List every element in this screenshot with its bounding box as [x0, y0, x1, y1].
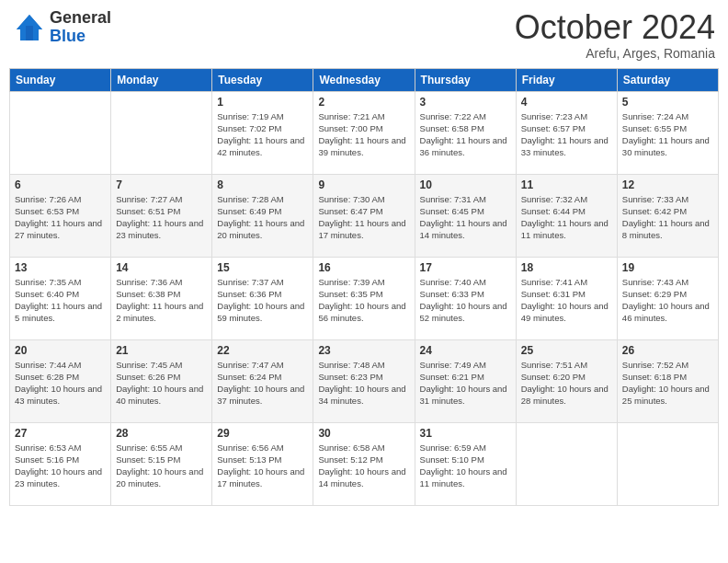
day-info: Sunrise: 7:51 AMSunset: 6:20 PMDaylight:…: [521, 359, 612, 408]
day-number: 23: [318, 344, 409, 357]
calendar-cell: [516, 422, 617, 505]
weekday-header-friday: Friday: [516, 68, 617, 91]
calendar-cell: 8Sunrise: 7:28 AMSunset: 6:49 PMDaylight…: [212, 174, 313, 257]
calendar-cell: 31Sunrise: 6:59 AMSunset: 5:10 PMDayligh…: [415, 422, 516, 505]
title-block: October 2024 Arefu, Arges, Romania: [515, 9, 715, 61]
day-number: 18: [521, 261, 612, 274]
day-number: 26: [622, 344, 713, 357]
day-number: 24: [420, 344, 511, 357]
calendar-cell: 20Sunrise: 7:44 AMSunset: 6:28 PMDayligh…: [10, 339, 111, 422]
day-number: 3: [420, 96, 511, 109]
day-info: Sunrise: 7:35 AMSunset: 6:40 PMDaylight:…: [15, 276, 106, 325]
day-number: 28: [116, 427, 207, 440]
day-number: 27: [15, 427, 106, 440]
weekday-header-tuesday: Tuesday: [212, 68, 313, 91]
logo-general-text: General: [50, 8, 111, 27]
calendar-cell: 13Sunrise: 7:35 AMSunset: 6:40 PMDayligh…: [10, 257, 111, 339]
day-info: Sunrise: 7:26 AMSunset: 6:53 PMDaylight:…: [15, 193, 106, 242]
calendar-cell: 2Sunrise: 7:21 AMSunset: 7:00 PMDaylight…: [313, 91, 415, 174]
location-subtitle: Arefu, Arges, Romania: [515, 46, 715, 61]
day-info: Sunrise: 7:21 AMSunset: 7:00 PMDaylight:…: [318, 110, 409, 159]
day-info: Sunrise: 7:48 AMSunset: 6:23 PMDaylight:…: [318, 359, 409, 408]
day-info: Sunrise: 7:33 AMSunset: 6:42 PMDaylight:…: [622, 193, 713, 242]
calendar-week-4: 20Sunrise: 7:44 AMSunset: 6:28 PMDayligh…: [10, 339, 719, 422]
weekday-header-monday: Monday: [111, 68, 212, 91]
day-number: 22: [217, 344, 308, 357]
day-info: Sunrise: 7:19 AMSunset: 7:02 PMDaylight:…: [217, 110, 308, 159]
calendar-header: SundayMondayTuesdayWednesdayThursdayFrid…: [10, 68, 719, 91]
calendar-cell: 11Sunrise: 7:32 AMSunset: 6:44 PMDayligh…: [516, 174, 617, 257]
day-info: Sunrise: 7:45 AMSunset: 6:26 PMDaylight:…: [116, 359, 207, 408]
calendar-cell: 14Sunrise: 7:36 AMSunset: 6:38 PMDayligh…: [111, 257, 212, 339]
calendar-cell: 21Sunrise: 7:45 AMSunset: 6:26 PMDayligh…: [111, 339, 212, 422]
logo-blue-text: Blue: [50, 27, 85, 45]
calendar-cell: 30Sunrise: 6:58 AMSunset: 5:12 PMDayligh…: [313, 422, 415, 505]
day-number: 2: [318, 96, 409, 109]
weekday-header-wednesday: Wednesday: [313, 68, 415, 91]
calendar-cell: 29Sunrise: 6:56 AMSunset: 5:13 PMDayligh…: [212, 422, 313, 505]
day-info: Sunrise: 6:53 AMSunset: 5:16 PMDaylight:…: [15, 442, 106, 490]
day-info: Sunrise: 6:55 AMSunset: 5:15 PMDaylight:…: [116, 442, 207, 490]
calendar-week-3: 13Sunrise: 7:35 AMSunset: 6:40 PMDayligh…: [10, 257, 719, 339]
day-number: 16: [318, 261, 409, 274]
day-info: Sunrise: 7:39 AMSunset: 6:35 PMDaylight:…: [318, 276, 409, 325]
weekday-header-sunday: Sunday: [10, 68, 111, 91]
day-info: Sunrise: 7:44 AMSunset: 6:28 PMDaylight:…: [15, 359, 106, 408]
calendar-cell: 22Sunrise: 7:47 AMSunset: 6:24 PMDayligh…: [212, 339, 313, 422]
day-number: 13: [15, 261, 106, 274]
weekday-header-thursday: Thursday: [415, 68, 516, 91]
calendar-cell: 28Sunrise: 6:55 AMSunset: 5:15 PMDayligh…: [111, 422, 212, 505]
day-info: Sunrise: 7:24 AMSunset: 6:55 PMDaylight:…: [622, 110, 713, 159]
calendar-cell: 9Sunrise: 7:30 AMSunset: 6:47 PMDaylight…: [313, 174, 415, 257]
calendar-cell: 24Sunrise: 7:49 AMSunset: 6:21 PMDayligh…: [415, 339, 516, 422]
logo-icon: [13, 11, 46, 44]
day-number: 7: [116, 178, 207, 191]
day-number: 17: [420, 261, 511, 274]
day-info: Sunrise: 7:52 AMSunset: 6:18 PMDaylight:…: [622, 359, 713, 408]
day-number: 4: [521, 96, 612, 109]
calendar-cell: 5Sunrise: 7:24 AMSunset: 6:55 PMDaylight…: [617, 91, 718, 174]
day-info: Sunrise: 7:41 AMSunset: 6:31 PMDaylight:…: [521, 276, 612, 325]
day-info: Sunrise: 7:32 AMSunset: 6:44 PMDaylight:…: [521, 193, 612, 242]
day-number: 30: [318, 427, 409, 440]
calendar-cell: 1Sunrise: 7:19 AMSunset: 7:02 PMDaylight…: [212, 91, 313, 174]
day-info: Sunrise: 7:37 AMSunset: 6:36 PMDaylight:…: [217, 276, 308, 325]
calendar-cell: 25Sunrise: 7:51 AMSunset: 6:20 PMDayligh…: [516, 339, 617, 422]
calendar-body: 1Sunrise: 7:19 AMSunset: 7:02 PMDaylight…: [10, 91, 719, 505]
day-number: 25: [521, 344, 612, 357]
calendar-cell: 6Sunrise: 7:26 AMSunset: 6:53 PMDaylight…: [10, 174, 111, 257]
day-number: 9: [318, 178, 409, 191]
logo-text: General Blue: [50, 9, 111, 46]
calendar-cell: [617, 422, 718, 505]
day-number: 21: [116, 344, 207, 357]
calendar-cell: 15Sunrise: 7:37 AMSunset: 6:36 PMDayligh…: [212, 257, 313, 339]
calendar-cell: 27Sunrise: 6:53 AMSunset: 5:16 PMDayligh…: [10, 422, 111, 505]
day-info: Sunrise: 7:49 AMSunset: 6:21 PMDaylight:…: [420, 359, 511, 408]
day-number: 6: [15, 178, 106, 191]
calendar-cell: 3Sunrise: 7:22 AMSunset: 6:58 PMDaylight…: [415, 91, 516, 174]
weekday-header-row: SundayMondayTuesdayWednesdayThursdayFrid…: [10, 68, 719, 91]
day-number: 31: [420, 427, 511, 440]
calendar-week-5: 27Sunrise: 6:53 AMSunset: 5:16 PMDayligh…: [10, 422, 719, 505]
day-number: 19: [622, 261, 713, 274]
day-number: 1: [217, 96, 308, 109]
calendar-cell: 7Sunrise: 7:27 AMSunset: 6:51 PMDaylight…: [111, 174, 212, 257]
calendar-cell: 18Sunrise: 7:41 AMSunset: 6:31 PMDayligh…: [516, 257, 617, 339]
calendar-cell: 19Sunrise: 7:43 AMSunset: 6:29 PMDayligh…: [617, 257, 718, 339]
day-info: Sunrise: 7:28 AMSunset: 6:49 PMDaylight:…: [217, 193, 308, 242]
page-header: General Blue October 2024 Arefu, Arges, …: [9, 9, 719, 61]
day-info: Sunrise: 7:36 AMSunset: 6:38 PMDaylight:…: [116, 276, 207, 325]
calendar-cell: 17Sunrise: 7:40 AMSunset: 6:33 PMDayligh…: [415, 257, 516, 339]
calendar-table: SundayMondayTuesdayWednesdayThursdayFrid…: [9, 68, 719, 506]
calendar-cell: 16Sunrise: 7:39 AMSunset: 6:35 PMDayligh…: [313, 257, 415, 339]
day-info: Sunrise: 7:47 AMSunset: 6:24 PMDaylight:…: [217, 359, 308, 408]
calendar-cell: 23Sunrise: 7:48 AMSunset: 6:23 PMDayligh…: [313, 339, 415, 422]
calendar-cell: 4Sunrise: 7:23 AMSunset: 6:57 PMDaylight…: [516, 91, 617, 174]
day-info: Sunrise: 7:27 AMSunset: 6:51 PMDaylight:…: [116, 193, 207, 242]
weekday-header-saturday: Saturday: [617, 68, 718, 91]
calendar-cell: [111, 91, 212, 174]
calendar-cell: 12Sunrise: 7:33 AMSunset: 6:42 PMDayligh…: [617, 174, 718, 257]
calendar-week-2: 6Sunrise: 7:26 AMSunset: 6:53 PMDaylight…: [10, 174, 719, 257]
day-number: 10: [420, 178, 511, 191]
day-number: 29: [217, 427, 308, 440]
